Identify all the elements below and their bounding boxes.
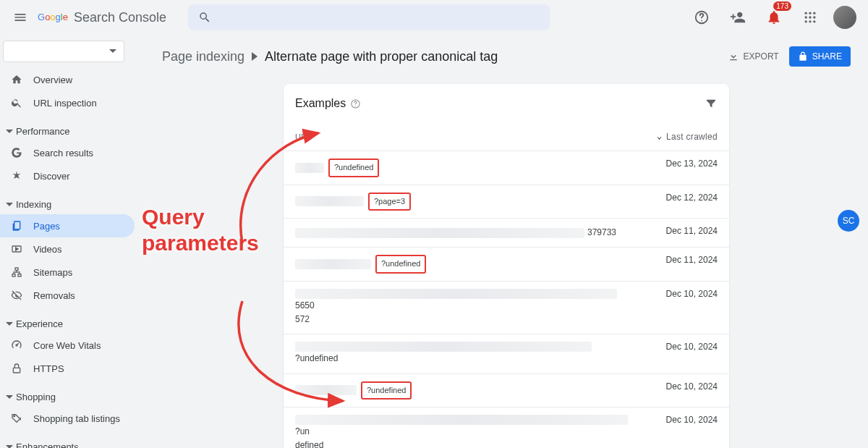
table-row[interactable]: ?undefinedDec 13, 2024 bbox=[284, 151, 729, 185]
svg-point-7 bbox=[813, 16, 815, 18]
svg-text:Google: Google bbox=[38, 12, 68, 22]
caret-down-icon bbox=[6, 321, 13, 328]
breadcrumb-parent[interactable]: Page indexing bbox=[162, 49, 244, 64]
search-bar[interactable] bbox=[188, 4, 550, 30]
redacted-segment bbox=[295, 228, 584, 238]
svg-point-5 bbox=[805, 16, 807, 18]
last-crawled-date: Dec 11, 2024 bbox=[645, 255, 718, 265]
svg-point-2 bbox=[805, 12, 807, 14]
video-icon bbox=[11, 243, 22, 255]
table-row[interactable]: ?undefinedDec 10, 2024 bbox=[284, 407, 729, 448]
lock-icon bbox=[11, 363, 22, 374]
section-title: Performance bbox=[16, 126, 69, 137]
search-icon bbox=[11, 97, 22, 109]
top-bar: Google Search Console 173 bbox=[0, 0, 868, 35]
sidebar-item-discover[interactable]: Discover bbox=[0, 164, 135, 187]
filter-icon bbox=[705, 97, 718, 110]
svg-point-9 bbox=[809, 20, 811, 22]
section-title: Shopping bbox=[16, 392, 56, 402]
search-icon bbox=[198, 11, 211, 24]
table-row[interactable]: ?page=3Dec 12, 2024 bbox=[284, 185, 729, 219]
sidebar-item-sitemaps[interactable]: Sitemaps bbox=[0, 261, 135, 284]
sidebar-item-https[interactable]: HTTPS bbox=[0, 357, 135, 380]
sidebar-label: Core Web Vitals bbox=[33, 340, 101, 351]
sidebar-item-core-web-vitals[interactable]: Core Web Vitals bbox=[0, 334, 135, 357]
column-last-crawled[interactable]: Last crawled bbox=[645, 132, 718, 142]
sidebar-item-url-inspection[interactable]: URL inspection bbox=[0, 91, 135, 114]
apps-button[interactable] bbox=[797, 4, 823, 30]
table-row[interactable]: ?undefinedDec 11, 2024 bbox=[284, 247, 729, 281]
redacted-segment bbox=[295, 259, 371, 269]
last-crawled-date: Dec 11, 2024 bbox=[645, 226, 718, 236]
query-parameter-highlight: ?undefined bbox=[328, 159, 379, 177]
sidebar-label: Overview bbox=[33, 75, 72, 85]
account-avatar[interactable] bbox=[833, 6, 856, 29]
bell-icon bbox=[766, 9, 782, 25]
filter-button[interactable] bbox=[705, 97, 718, 110]
export-button[interactable]: EXPORT bbox=[728, 51, 779, 62]
hidden-icon bbox=[11, 289, 22, 301]
google-logo-icon: Google bbox=[38, 11, 71, 24]
sidebar-header-shopping[interactable]: Shopping bbox=[0, 387, 135, 407]
main-menu-button[interactable] bbox=[6, 3, 35, 32]
chevron-right-icon bbox=[252, 52, 258, 61]
url-cell: 379733 bbox=[295, 226, 645, 240]
share-label: SHARE bbox=[812, 51, 842, 62]
sidebar-label: Pages bbox=[33, 221, 60, 232]
sidebar-label: URL inspection bbox=[33, 98, 97, 109]
notification-badge: 173 bbox=[773, 1, 791, 11]
hamburger-icon bbox=[13, 10, 27, 25]
sc-fab[interactable]: SC bbox=[838, 210, 859, 232]
asterisk-icon bbox=[11, 170, 22, 182]
users-button[interactable] bbox=[725, 4, 751, 30]
redacted-segment bbox=[295, 342, 592, 352]
section-title: Enhancements bbox=[16, 441, 79, 448]
url-cell: ?undefined bbox=[295, 342, 645, 365]
product-logo[interactable]: Google Search Console bbox=[38, 10, 166, 25]
sidebar-header-performance[interactable]: Performance bbox=[0, 122, 135, 141]
property-selector[interactable] bbox=[3, 41, 124, 62]
url-text-fragment: ?un bbox=[295, 425, 310, 439]
tag-icon bbox=[11, 413, 22, 424]
help-icon[interactable] bbox=[350, 98, 361, 109]
sidebar-item-removals[interactable]: Removals bbox=[0, 284, 135, 307]
svg-point-4 bbox=[813, 12, 815, 14]
sidebar-item-overview[interactable]: Overview bbox=[0, 68, 135, 91]
sidebar-item-videos[interactable]: Videos bbox=[0, 237, 135, 261]
svg-rect-17 bbox=[13, 368, 20, 373]
section-title: Experience bbox=[16, 318, 63, 329]
sidebar-item-search-results[interactable]: Search results bbox=[0, 141, 135, 164]
table-row[interactable]: 379733Dec 11, 2024 bbox=[284, 218, 729, 247]
redacted-segment bbox=[295, 163, 324, 173]
table-row[interactable]: 5650572Dec 10, 2024 bbox=[284, 281, 729, 334]
sidebar-section-shopping: Shopping Shopping tab listings bbox=[0, 387, 135, 430]
column-url[interactable]: URL bbox=[295, 132, 645, 141]
redacted-segment bbox=[295, 385, 357, 395]
redacted-segment bbox=[295, 289, 617, 299]
sitemap-icon bbox=[11, 266, 22, 278]
sidebar-item-shopping-listings[interactable]: Shopping tab listings bbox=[0, 407, 135, 430]
sidebar-header-indexing[interactable]: Indexing bbox=[0, 195, 135, 214]
breadcrumb-current: Alternate page with proper canonical tag bbox=[265, 49, 498, 64]
sidebar-item-pages[interactable]: Pages bbox=[0, 214, 135, 237]
share-button[interactable]: SHARE bbox=[789, 46, 851, 67]
url-cell: ?undefined bbox=[295, 255, 645, 274]
svg-rect-15 bbox=[18, 274, 21, 276]
home-icon bbox=[11, 74, 22, 85]
last-crawled-date: Dec 12, 2024 bbox=[645, 193, 718, 203]
card-header: Examples bbox=[284, 84, 729, 119]
arrow-down-icon bbox=[655, 133, 663, 141]
notifications-button[interactable]: 173 bbox=[761, 4, 787, 30]
sidebar-section-experience: Experience Core Web Vitals HTTPS bbox=[0, 314, 135, 380]
url-cell: ?undefined bbox=[295, 381, 645, 400]
svg-point-6 bbox=[809, 16, 811, 18]
table-row[interactable]: ?undefinedDec 10, 2024 bbox=[284, 373, 729, 407]
sidebar-header-experience[interactable]: Experience bbox=[0, 314, 135, 334]
svg-point-8 bbox=[805, 20, 807, 22]
sidebar-header-enhancements[interactable]: Enhancements bbox=[0, 437, 135, 448]
help-button[interactable] bbox=[689, 4, 715, 30]
sidebar-label: Discover bbox=[33, 171, 70, 182]
last-crawled-date: Dec 10, 2024 bbox=[645, 381, 718, 392]
url-text-fragment: 572 bbox=[295, 313, 310, 326]
table-row[interactable]: ?undefinedDec 10, 2024 bbox=[284, 334, 729, 373]
